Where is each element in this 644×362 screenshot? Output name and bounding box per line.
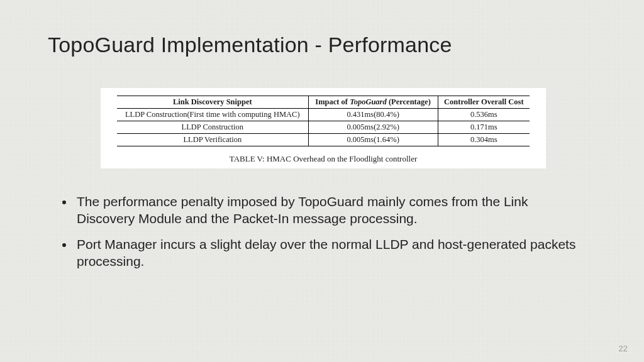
cell-cost: 0.171ms: [438, 121, 530, 134]
slide-title: TopoGuard Implementation - Performance: [48, 33, 452, 57]
header-impact-c: (Percentage): [387, 97, 431, 106]
header-impact-b: TopoGuard: [350, 97, 387, 106]
header-cost: Controller Overall Cost: [438, 96, 530, 109]
cell-snippet: LLDP Construction: [117, 121, 308, 134]
performance-table: Link Discovery Snippet Impact of TopoGua…: [117, 96, 530, 146]
header-impact-a: Impact of: [315, 97, 350, 106]
header-snippet: Link Discovery Snippet: [117, 96, 308, 109]
cell-cost: 0.536ms: [438, 109, 530, 121]
table-row: LLDP Construction 0.005ms(2.92%) 0.171ms: [117, 121, 530, 134]
table-card: Link Discovery Snippet Impact of TopoGua…: [101, 88, 546, 168]
table-caption: TABLE V: HMAC Overhead on the Floodlight…: [117, 154, 530, 164]
list-item: The performance penalty imposed by TopoG…: [74, 194, 589, 228]
header-impact: Impact of TopoGuard (Percentage): [308, 96, 438, 109]
cell-cost: 0.304ms: [438, 134, 530, 146]
cell-snippet: LLDP Verification: [117, 134, 308, 146]
cell-impact: 0.005ms(2.92%): [308, 121, 438, 134]
cell-impact: 0.431ms(80.4%): [308, 109, 438, 121]
table-row: LLDP Construction(First time with comput…: [117, 109, 530, 121]
cell-impact: 0.005ms(1.64%): [308, 134, 438, 146]
table-header-row: Link Discovery Snippet Impact of TopoGua…: [117, 96, 530, 109]
list-item: Port Manager incurs a slight delay over …: [74, 236, 589, 270]
table-row: LLDP Verification 0.005ms(1.64%) 0.304ms: [117, 134, 530, 146]
bullet-list: The performance penalty imposed by TopoG…: [60, 194, 589, 279]
cell-snippet: LLDP Construction(First time with comput…: [117, 109, 308, 121]
page-number: 22: [619, 344, 628, 353]
